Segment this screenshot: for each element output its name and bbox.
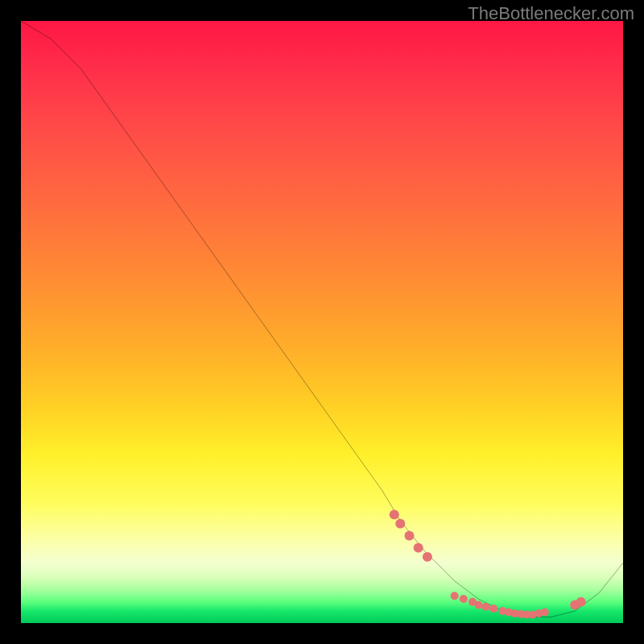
data-marker — [390, 510, 399, 519]
data-marker — [481, 603, 489, 611]
data-marker — [404, 531, 414, 541]
data-marker — [576, 597, 586, 607]
data-marker — [395, 519, 405, 529]
data-markers-group — [390, 510, 586, 618]
data-marker — [423, 552, 432, 562]
data-marker — [451, 592, 459, 600]
curve-svg — [21, 21, 623, 623]
data-marker — [460, 595, 468, 603]
data-marker — [474, 601, 482, 609]
chart-frame: TheBottlenecker.com — [0, 0, 644, 644]
watermark-text: TheBottlenecker.com — [468, 3, 634, 24]
data-marker — [489, 605, 497, 613]
main-curve-path — [21, 21, 623, 617]
data-marker — [541, 609, 549, 617]
data-marker — [414, 543, 423, 553]
plot-area — [21, 21, 623, 623]
